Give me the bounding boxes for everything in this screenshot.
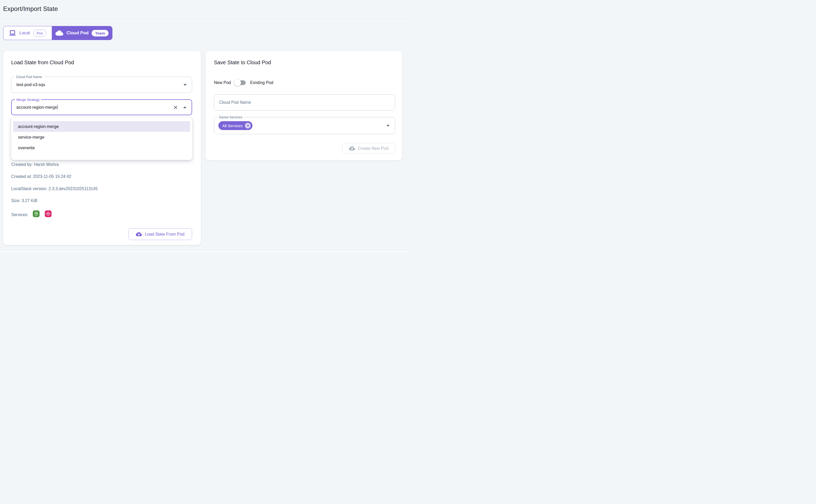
pod-size: Size: 3.27 KiB <box>11 198 37 204</box>
sqs-service-icon <box>45 210 51 217</box>
tab-local-label: Local <box>19 30 30 36</box>
text-cursor <box>57 105 58 110</box>
page-title: Export/Import State <box>3 5 58 12</box>
load-state-card: Load State from Cloud Pod Cloud Pod Name… <box>3 51 201 245</box>
option-service-merge[interactable]: service-merge <box>13 132 190 143</box>
tab-cloud-pod-label: Cloud Pod <box>66 30 88 36</box>
all-services-chip-label: All Services <box>222 124 243 128</box>
header-divider <box>0 19 408 19</box>
pod-mode-toggle-row: New Pod Existing Pod <box>214 79 273 86</box>
cloud-upload-icon <box>349 145 355 151</box>
merge-strategy-options-menu: account-region-merge service-merge overw… <box>11 118 192 160</box>
pod-services-label: Services: <box>11 212 28 218</box>
export-import-state-page: Export/Import State Local Pro Cloud Pod … <box>0 0 408 252</box>
switch-thumb[interactable] <box>234 79 241 86</box>
cloud-icon <box>55 30 63 36</box>
merge-strategy-input[interactable]: Merge Strategy account-region-merge <box>11 99 192 115</box>
pod-mode-switch[interactable] <box>234 79 247 86</box>
team-badge: Team <box>92 30 108 36</box>
option-account-region-merge[interactable]: account-region-merge <box>13 121 190 132</box>
save-state-card: Save State to Cloud Pod New Pod Existing… <box>206 51 402 160</box>
save-pod-name-input[interactable] <box>214 94 395 111</box>
load-state-from-pod-label: Load State From Pod <box>145 232 184 237</box>
tab-cloud-pod[interactable]: Cloud Pod Team <box>52 26 112 40</box>
state-source-tabs: Local Pro Cloud Pod Team <box>3 26 112 40</box>
chip-delete-icon[interactable]: ✕ <box>245 123 251 128</box>
bottom-divider <box>0 251 408 252</box>
tab-local[interactable]: Local Pro <box>3 26 52 40</box>
cloud-pod-name-label: Cloud Pod Name <box>15 75 43 79</box>
chevron-up-icon[interactable] <box>183 106 186 108</box>
chevron-down-icon[interactable] <box>183 84 186 86</box>
cloud-pod-name-value: test-pod-s3-sqs <box>16 82 45 87</box>
laptop-icon <box>9 30 16 36</box>
cloud-download-icon <box>136 231 142 237</box>
pod-localstack-version: LocalStack version: 2.3.3.dev20231025113… <box>11 186 98 192</box>
saved-services-select[interactable]: Saved Services All Services ✕ <box>214 117 395 134</box>
merge-strategy-label: Merge Strategy <box>15 98 41 102</box>
clear-icon[interactable] <box>173 105 178 110</box>
new-pod-label: New Pod <box>214 80 231 85</box>
pro-badge: Pro <box>33 30 46 37</box>
save-card-title: Save State to Cloud Pod <box>214 60 271 66</box>
option-overwrite[interactable]: overwrite <box>13 143 190 153</box>
cloud-pod-name-select[interactable]: Cloud Pod Name test-pod-s3-sqs <box>11 77 192 93</box>
load-state-from-pod-button[interactable]: Load State From Pod <box>128 228 192 240</box>
create-new-pod-button[interactable]: Create New Pod <box>342 143 395 154</box>
s3-service-icon <box>33 210 40 217</box>
pod-created-by: Created by: Harsh Mishra <box>11 161 59 168</box>
load-card-title: Load State from Cloud Pod <box>11 60 74 66</box>
create-new-pod-label: Create New Pod <box>358 146 388 151</box>
chevron-down-icon[interactable] <box>387 125 390 127</box>
merge-strategy-value: account-region-merge <box>16 105 58 109</box>
existing-pod-label: Existing Pod <box>250 80 273 85</box>
saved-services-label: Saved Services <box>217 115 244 119</box>
pod-created-at: Created at: 2023-11-05 15:24:42 <box>11 173 71 180</box>
all-services-chip[interactable]: All Services ✕ <box>219 121 253 130</box>
